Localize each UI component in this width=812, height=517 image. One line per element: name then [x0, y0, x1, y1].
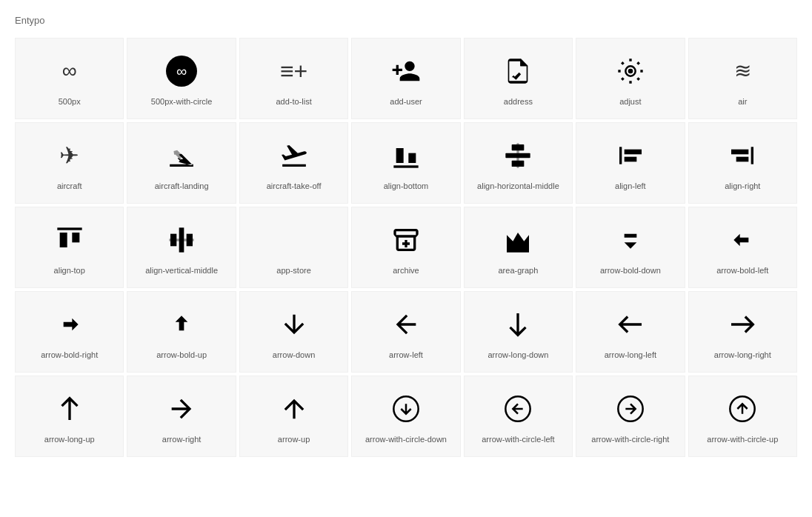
- icon-label: arrow-bold-up: [156, 350, 207, 360]
- icon-cell-arrow-with-circle-right[interactable]: arrow-with-circle-right: [576, 376, 685, 457]
- icon-cell-adjust[interactable]: adjust: [576, 38, 685, 119]
- svg-rect-3: [408, 153, 416, 163]
- icon-symbol: [391, 307, 421, 342]
- icon-label: aircraft-landing: [155, 181, 209, 191]
- icon-symbol: [279, 307, 309, 342]
- svg-rect-13: [731, 150, 748, 155]
- svg-rect-10: [625, 150, 642, 155]
- icon-symbol: [503, 222, 533, 258]
- icon-symbol: [391, 222, 421, 258]
- icon-cell-aircraft-landing[interactable]: aircraft-landing: [127, 122, 236, 204]
- icon-cell-500px[interactable]: ∞ 500px: [15, 38, 124, 119]
- svg-rect-8: [517, 143, 519, 167]
- icon-cell-arrow-long-up[interactable]: arrow-long-up: [15, 376, 124, 457]
- icon-label: arrow-long-left: [605, 350, 656, 360]
- icon-label: arrow-right: [162, 434, 202, 444]
- icon-cell-arrow-bold-down[interactable]: arrow-bold-down: [576, 207, 685, 288]
- icon-cell-arrow-bold-up[interactable]: arrow-bold-up: [127, 291, 236, 373]
- icon-cell-arrow-long-down[interactable]: arrow-long-down: [464, 291, 573, 373]
- icon-label: aircraft: [57, 181, 82, 191]
- icon-label: align-vertical-middle: [145, 265, 218, 276]
- icon-symbol: [167, 391, 196, 427]
- icon-label: arrow-with-circle-down: [365, 434, 447, 444]
- icon-label: arrow-with-circle-up: [707, 434, 778, 444]
- icon-symbol: [55, 222, 84, 258]
- icon-label: arrow-long-right: [714, 350, 771, 360]
- icon-symbol: [391, 391, 421, 427]
- icon-label: adjust: [619, 96, 641, 107]
- icon-label: 500px-with-circle: [151, 96, 213, 107]
- icon-cell-app-store[interactable]: app-store: [239, 207, 348, 288]
- svg-rect-11: [625, 157, 637, 162]
- icon-label: archive: [393, 265, 419, 276]
- icon-label: arrow-long-down: [487, 350, 548, 360]
- icon-symbol: [728, 307, 757, 342]
- icon-label: arrow-bold-left: [716, 265, 768, 276]
- icon-symbol: [55, 391, 84, 427]
- icon-symbol: [503, 307, 533, 342]
- icon-label: arrow-long-up: [44, 434, 95, 444]
- icon-label: arrow-down: [273, 350, 315, 360]
- icon-cell-aircraft-take-off[interactable]: aircraft-take-off: [239, 122, 348, 204]
- icon-symbol: [503, 138, 533, 173]
- icon-label: aircraft-take-off: [267, 181, 322, 191]
- icon-cell-arrow-bold-left[interactable]: arrow-bold-left: [688, 207, 797, 288]
- icon-label: arrow-up: [278, 434, 310, 444]
- icon-cell-align-horizontal-middle[interactable]: align-horizontal-middle: [464, 122, 573, 204]
- icon-cell-align-bottom[interactable]: align-bottom: [351, 122, 460, 204]
- icon-cell-archive[interactable]: archive: [351, 207, 460, 288]
- icon-label: align-left: [615, 181, 646, 191]
- svg-rect-17: [57, 227, 81, 230]
- svg-rect-15: [59, 233, 67, 247]
- icon-cell-air[interactable]: ≋ air: [688, 38, 797, 119]
- icon-grid: ∞ 500px ∞ 500px-with-circle ≡+ add-to-li…: [15, 38, 797, 457]
- icon-symbol: [279, 138, 309, 173]
- icon-cell-arrow-long-left[interactable]: arrow-long-left: [576, 291, 685, 373]
- icon-symbol: ≡+: [280, 53, 307, 89]
- icon-cell-align-top[interactable]: align-top: [15, 207, 124, 288]
- icon-cell-arrow-bold-right[interactable]: arrow-bold-right: [15, 291, 124, 373]
- icon-cell-arrow-down[interactable]: arrow-down: [239, 291, 348, 373]
- icon-symbol: [728, 222, 757, 258]
- svg-rect-4: [393, 165, 418, 167]
- app-title: Entypo: [15, 15, 797, 26]
- icon-symbol: [616, 307, 645, 342]
- icon-symbol: ∞: [62, 53, 77, 89]
- icon-symbol: [728, 138, 757, 173]
- icon-label: add-to-list: [276, 96, 311, 107]
- icon-cell-align-left[interactable]: align-left: [576, 122, 685, 204]
- icon-symbol: [279, 391, 309, 427]
- icon-symbol: [167, 222, 196, 258]
- icon-symbol: [616, 222, 645, 258]
- icon-symbol: [503, 391, 533, 427]
- icon-cell-aircraft[interactable]: ✈ aircraft: [15, 122, 124, 204]
- icon-label: arrow-with-circle-left: [482, 434, 554, 444]
- icon-symbol: ∞: [166, 53, 197, 89]
- icon-cell-500px-with-circle[interactable]: ∞ 500px-with-circle: [127, 38, 236, 119]
- icon-symbol: [55, 307, 84, 342]
- icon-symbol: [391, 53, 421, 89]
- icon-cell-align-vertical-middle[interactable]: align-vertical-middle: [127, 207, 236, 288]
- icon-symbol: [167, 138, 196, 173]
- icon-cell-add-to-list[interactable]: ≡+ add-to-list: [239, 38, 348, 119]
- icon-cell-arrow-with-circle-down[interactable]: arrow-with-circle-down: [351, 376, 460, 457]
- icon-cell-arrow-left[interactable]: arrow-left: [351, 291, 460, 373]
- icon-cell-arrow-long-right[interactable]: arrow-long-right: [688, 291, 797, 373]
- icon-cell-add-user[interactable]: add-user: [351, 38, 460, 119]
- icon-label: arrow-with-circle-right: [591, 434, 669, 444]
- icon-cell-arrow-with-circle-up[interactable]: arrow-with-circle-up: [688, 376, 797, 457]
- icon-label: air: [738, 96, 747, 107]
- icon-cell-arrow-with-circle-left[interactable]: arrow-with-circle-left: [464, 376, 573, 457]
- icon-label: arrow-left: [389, 350, 423, 360]
- svg-rect-2: [396, 148, 404, 163]
- icon-cell-area-graph[interactable]: area-graph: [464, 207, 573, 288]
- icon-cell-align-right[interactable]: align-right: [688, 122, 797, 204]
- svg-rect-16: [72, 233, 79, 242]
- icon-cell-address[interactable]: address: [464, 38, 573, 119]
- icon-cell-arrow-up[interactable]: arrow-up: [239, 376, 348, 457]
- icon-label: address: [504, 96, 533, 107]
- icon-label: align-horizontal-middle: [477, 181, 559, 191]
- icon-label: arrow-bold-down: [600, 265, 661, 276]
- icon-symbol: [728, 391, 757, 427]
- icon-cell-arrow-right[interactable]: arrow-right: [127, 376, 236, 457]
